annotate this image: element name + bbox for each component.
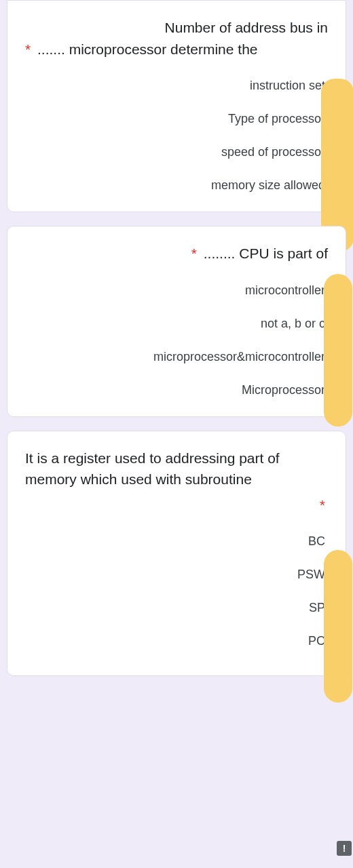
question-part: It is a register used to addressing part…	[25, 450, 280, 488]
question-part: ........ CPU is part of	[204, 245, 328, 261]
highlight-marker	[324, 550, 352, 703]
question-part: Number of address bus in	[165, 20, 328, 35]
option-item[interactable]: Type of processor	[228, 112, 328, 126]
required-mark: *	[191, 245, 197, 261]
option-item[interactable]: BC	[308, 534, 328, 549]
highlight-marker	[324, 274, 352, 427]
question-card-2: * ........ CPU is part of microcontrolle…	[7, 226, 346, 417]
options-list-3: BC PSW SP PC	[25, 534, 328, 648]
options-list-2: microcontroller not a, b or c microproce…	[25, 283, 328, 397]
question-card-1: Number of address bus in * ....... micro…	[7, 0, 346, 212]
question-text-1: Number of address bus in * ....... micro…	[25, 17, 328, 60]
question-text-2: * ........ CPU is part of	[25, 243, 328, 264]
alert-icon[interactable]: !	[337, 841, 352, 856]
options-list-1: instruction set Type of processor speed …	[25, 79, 328, 193]
option-item[interactable]: memory size allowed	[211, 178, 328, 193]
option-item[interactable]: speed of processor	[221, 145, 328, 159]
required-mark: *	[320, 497, 325, 513]
option-item[interactable]: microcontroller	[245, 283, 328, 298]
option-item[interactable]: Microprocessor	[242, 383, 328, 397]
option-item[interactable]: microprocessor&microcontroller	[153, 350, 328, 364]
question-line: * ....... microprocessor determine the	[25, 39, 328, 60]
option-item[interactable]: not a, b or c	[261, 317, 328, 331]
option-item[interactable]: instruction set	[250, 79, 328, 93]
alert-label: !	[343, 843, 346, 854]
required-mark: *	[25, 41, 31, 57]
question-line: Number of address bus in	[25, 17, 328, 39]
question-card-3: It is a register used to addressing part…	[7, 431, 346, 677]
question-part: ....... microprocessor determine the	[37, 41, 257, 57]
question-text-3: It is a register used to addressing part…	[25, 448, 328, 516]
